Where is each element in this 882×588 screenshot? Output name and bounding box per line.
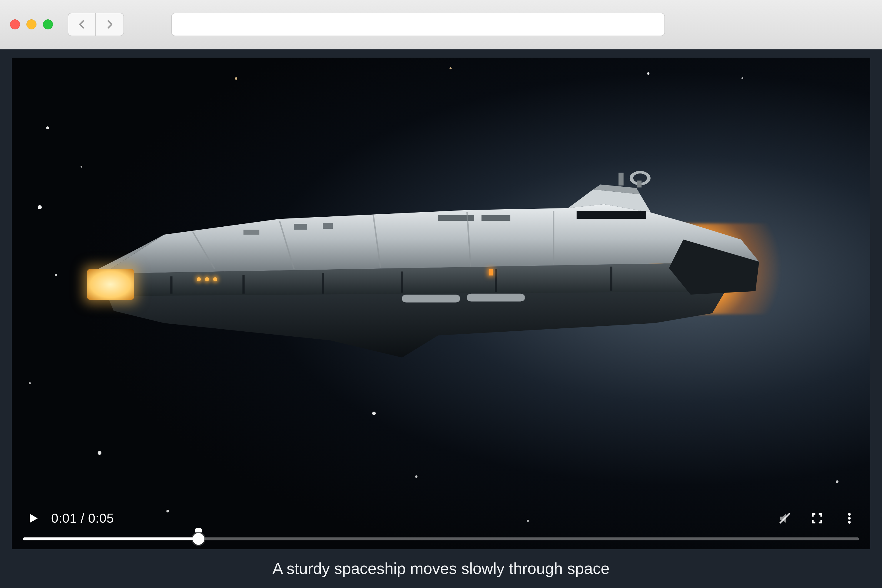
mute-button[interactable] bbox=[778, 512, 792, 525]
maximize-window-button[interactable] bbox=[43, 20, 53, 29]
address-bar[interactable] bbox=[171, 13, 665, 36]
svg-rect-7 bbox=[438, 215, 474, 221]
svg-point-24 bbox=[848, 521, 850, 524]
browser-toolbar bbox=[0, 0, 882, 50]
star-icon bbox=[647, 72, 650, 75]
chevron-left-icon bbox=[76, 18, 88, 30]
headlight bbox=[87, 269, 134, 300]
star-icon bbox=[836, 480, 838, 483]
running-lights bbox=[196, 277, 217, 281]
star-icon bbox=[450, 68, 452, 69]
svg-rect-8 bbox=[482, 215, 510, 221]
svg-rect-4 bbox=[294, 224, 307, 230]
svg-rect-1 bbox=[619, 172, 624, 185]
star-icon bbox=[415, 476, 417, 478]
progress-fill bbox=[23, 537, 198, 540]
star-icon bbox=[98, 451, 101, 455]
star-icon bbox=[55, 274, 57, 276]
star-icon bbox=[372, 412, 376, 415]
star-icon bbox=[235, 77, 237, 80]
video-player[interactable]: 0:01 / 0:05 bbox=[12, 58, 870, 549]
play-icon bbox=[26, 512, 39, 525]
svg-point-22 bbox=[848, 513, 850, 516]
spaceship-hull bbox=[63, 166, 784, 372]
svg-rect-0 bbox=[577, 211, 646, 219]
fullscreen-button[interactable] bbox=[810, 512, 824, 525]
more-vertical-icon bbox=[843, 512, 856, 525]
minimize-window-button[interactable] bbox=[27, 20, 36, 29]
back-button[interactable] bbox=[68, 13, 96, 36]
page-content: 0:01 / 0:05 bbox=[0, 50, 882, 588]
video-caption: A sturdy spaceship moves slowly through … bbox=[267, 549, 616, 578]
play-button[interactable] bbox=[26, 512, 39, 525]
window-controls bbox=[10, 20, 53, 29]
progress-thumb[interactable] bbox=[193, 533, 204, 545]
star-icon bbox=[38, 205, 42, 209]
fullscreen-icon bbox=[810, 512, 824, 525]
chevron-right-icon bbox=[104, 18, 116, 30]
star-icon bbox=[29, 382, 31, 384]
time-display: 0:01 / 0:05 bbox=[51, 511, 114, 526]
progress-bar[interactable] bbox=[23, 534, 859, 544]
svg-rect-21 bbox=[467, 294, 525, 302]
navigation-buttons bbox=[68, 13, 124, 36]
forward-button[interactable] bbox=[96, 13, 124, 36]
more-options-button[interactable] bbox=[843, 512, 856, 525]
spaceship-image bbox=[63, 166, 784, 372]
svg-rect-6 bbox=[243, 230, 259, 235]
browser-window: 0:01 / 0:05 bbox=[0, 0, 882, 588]
volume-muted-icon bbox=[778, 512, 792, 525]
svg-point-23 bbox=[848, 517, 850, 519]
svg-rect-3 bbox=[638, 180, 642, 187]
svg-rect-5 bbox=[323, 223, 333, 229]
star-icon bbox=[741, 77, 743, 79]
star-icon bbox=[46, 126, 49, 129]
close-window-button[interactable] bbox=[10, 20, 20, 29]
window-light bbox=[489, 269, 493, 276]
svg-rect-20 bbox=[402, 295, 460, 303]
video-controls: 0:01 / 0:05 bbox=[12, 500, 870, 549]
